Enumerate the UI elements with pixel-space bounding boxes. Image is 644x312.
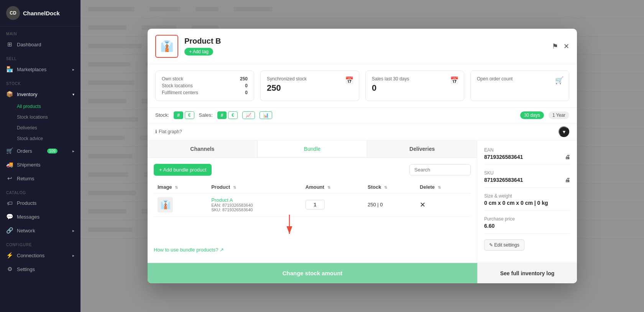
product-title: Product B [184, 37, 221, 46]
sidebar-item-label: Messages [17, 214, 39, 220]
inventory-log-button[interactable]: See full inventory log [477, 263, 577, 283]
sales-hash-btn[interactable]: # [217, 111, 227, 119]
fulfilment-row: Fulfilment centers 0 [162, 90, 248, 95]
sidebar-item-network[interactable]: 🔗 Network ▸ [0, 224, 80, 237]
size-weight-group: Size & weight 0 cm x 0 cm x 0 cm | 0 kg [484, 193, 570, 211]
add-bundle-button[interactable]: + Add bundle product [154, 164, 212, 176]
bundle-content: + Add bundle product Image ⇅ [148, 158, 477, 263]
sidebar-item-shipments[interactable]: 🚚 Shipments [0, 158, 80, 172]
tabs: Channels Bundle Deliveries [148, 140, 477, 158]
collapse-button[interactable]: ▾ [559, 126, 569, 137]
close-button[interactable]: ✕ [564, 42, 569, 51]
sidebar-item-deliveries[interactable]: Deliveries [0, 123, 80, 133]
flat-graph-row: ℹ Flat graph? ▾ [148, 123, 577, 140]
marketplaces-icon: 🏪 [6, 66, 13, 73]
stock-value: 250 | 0 [368, 202, 383, 207]
tab-bundle[interactable]: Bundle [258, 140, 368, 157]
section-label-catalog: CATALOG [0, 185, 80, 196]
print-icon-sku[interactable]: 🖨 [565, 177, 570, 183]
line-chart-btn[interactable]: 📈 [242, 111, 255, 119]
sidebar-item-connections[interactable]: ⚡ Connections ▸ [0, 248, 80, 262]
order-count-label: Open order count [477, 76, 563, 82]
orders-badge: 109 [47, 149, 58, 154]
period-1y-btn[interactable]: 1 Year [549, 111, 569, 119]
stock-locations-label: Stock locations [162, 83, 193, 88]
calendar-icon-sales: 📅 [450, 76, 458, 85]
sort-icon[interactable]: ⇅ [233, 185, 236, 189]
sku-value-row: 8719326583641 🖨 [484, 177, 570, 183]
connections-icon: ⚡ [6, 252, 13, 259]
stock-euro-btn[interactable]: € [185, 111, 194, 119]
purchase-price-label: Purchase price [484, 216, 570, 222]
sidebar-item-settings[interactable]: ⚙ Settings [0, 262, 80, 276]
stock-toggle-group: # € [174, 111, 194, 119]
how-to-link[interactable]: How to use bundle products? ↗ [154, 243, 224, 256]
sku-label: SKU [484, 170, 570, 176]
sidebar-item-inventory[interactable]: 📦 Inventory ▾ [0, 87, 80, 101]
line-chart-icon: 📈 [246, 113, 251, 118]
sidebar-item-label: Settings [17, 266, 35, 272]
delete-button[interactable]: ✕ [420, 201, 426, 209]
modal-body: Channels Bundle Deliveries + Add bundle … [148, 140, 577, 263]
own-stock-row: Own stock 250 [162, 76, 248, 82]
fulfilment-label: Fulfilment centers [162, 90, 198, 95]
add-tag-button[interactable]: + Add tag [184, 48, 213, 56]
sidebar-item-label: Inventory [17, 91, 37, 97]
stock-hash-btn[interactable]: # [174, 111, 183, 119]
chevron-down-icon: ▾ [563, 129, 565, 135]
sort-icon[interactable]: ⇅ [384, 185, 387, 189]
edit-settings-button[interactable]: ✎ Edit settings [484, 239, 524, 251]
sales-toggle-group: # € [217, 111, 238, 119]
logo-icon: CD [6, 6, 20, 20]
product-image-icon: 👔 [160, 40, 174, 52]
modal-footer: Change stock amount See full inventory l… [148, 263, 577, 283]
sidebar-item-messages[interactable]: 💬 Messages [0, 210, 80, 224]
red-arrow-indicator [274, 213, 305, 240]
stock-cell: 250 | 0 [364, 193, 416, 216]
tab-channels[interactable]: Channels [148, 140, 258, 157]
section-label-stock: STOCK [0, 76, 80, 87]
search-input[interactable] [409, 164, 471, 175]
own-stock-value: 250 [240, 76, 248, 82]
sidebar-item-orders[interactable]: 🛒 Orders 109 ▸ [0, 144, 80, 158]
own-stock-card: Own stock 250 Stock locations 0 Fulfilme… [155, 70, 254, 101]
bookmark-button[interactable]: ⚑ [552, 42, 558, 51]
sidebar-item-stock-advice[interactable]: Stock advice [0, 133, 80, 144]
sidebar-item-dashboard[interactable]: ⊞ Dashboard [0, 38, 80, 51]
ean-label: EAN [484, 147, 570, 153]
sales-euro-btn[interactable]: € [228, 111, 238, 119]
sidebar-item-stock-locations[interactable]: Stock locations [0, 112, 80, 123]
tab-deliveries[interactable]: Deliveries [367, 140, 477, 157]
amount-cell [302, 193, 364, 216]
print-icon-ean[interactable]: 🖨 [565, 154, 570, 160]
purchase-price-group: Purchase price 6.60 [484, 216, 570, 234]
bar-chart-btn[interactable]: 📊 [260, 111, 272, 119]
stock-locations-row: Stock locations 0 [162, 83, 248, 88]
stock-chart-label: Stock: [155, 112, 169, 118]
period-30-btn[interactable]: 30 days [520, 111, 544, 119]
arrow-cell [154, 216, 471, 243]
sidebar-item-returns[interactable]: ↩ Returns [0, 172, 80, 185]
sales-card: 📅 Sales last 30 days 0 [365, 70, 464, 101]
sidebar-item-label: Marketplaces [17, 67, 46, 72]
sort-icon[interactable]: ⇅ [175, 185, 178, 189]
sidebar-item-all-products[interactable]: All products [0, 101, 80, 112]
products-icon: 🏷 [6, 200, 13, 206]
main-content: 👔 Product B + Add tag ⚑ ✕ [80, 0, 644, 312]
amount-input[interactable] [306, 200, 325, 209]
sidebar-item-marketplaces[interactable]: 🏪 Marketplaces ▸ [0, 62, 80, 76]
sidebar-item-products[interactable]: 🏷 Products [0, 196, 80, 210]
calendar-icon: 📅 [345, 76, 353, 85]
sort-icon[interactable]: ⇅ [327, 185, 330, 189]
product-ean: EAN: 8719326583640 [211, 203, 298, 207]
modal-actions: ⚑ ✕ [552, 42, 569, 51]
product-thumb-icon: 👔 [160, 200, 171, 210]
product-thumbnail: 👔 [158, 197, 173, 212]
deliveries-label: Deliveries [17, 125, 37, 131]
sort-icon[interactable]: ⇅ [438, 185, 441, 189]
info-icon: ℹ [155, 129, 157, 134]
ean-value-row: 8719326583641 🖨 [484, 154, 570, 160]
own-stock-label: Own stock [162, 76, 183, 82]
product-link[interactable]: Product A [211, 197, 298, 203]
change-stock-button[interactable]: Change stock amount [148, 263, 477, 283]
